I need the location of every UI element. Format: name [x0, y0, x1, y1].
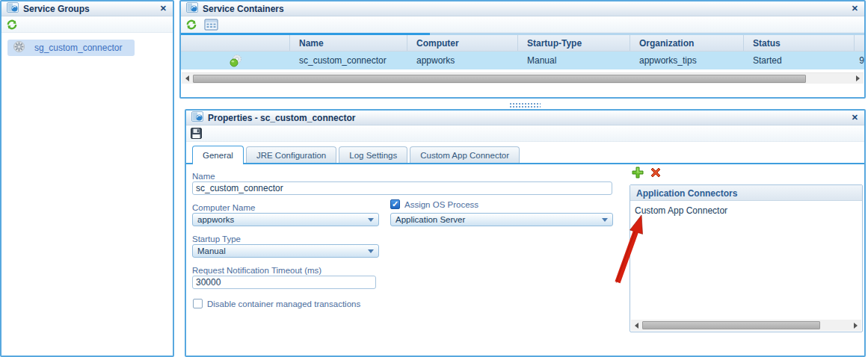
startup-type-value: Manual: [197, 246, 226, 255]
general-tab-content: Name Computer Name appworks Assign OS Pr…: [186, 164, 864, 356]
containers-table-header: Name Computer Startup-Type Organization …: [181, 35, 864, 52]
service-group-icon: [13, 40, 25, 56]
grid-view-button[interactable]: [204, 19, 218, 31]
os-process-type-dropdown[interactable]: Application Server: [390, 213, 613, 226]
service-containers-panel: Service Containers ✕ Name Computer Start…: [179, 0, 866, 99]
add-connector-button[interactable]: [632, 167, 644, 178]
splitter-handle[interactable]: [509, 102, 541, 108]
service-groups-toolbar: [1, 16, 173, 33]
column-startup-type[interactable]: Startup-Type: [518, 35, 630, 51]
name-input[interactable]: [192, 181, 612, 195]
container-status-icon: [181, 53, 290, 68]
application-connectors-box: Application Connectors Custom App Connec…: [630, 184, 863, 332]
save-button[interactable]: [191, 128, 202, 139]
chevron-down-icon: [602, 218, 608, 222]
window-icon: [191, 111, 203, 125]
scroll-right-icon[interactable]: [852, 73, 864, 84]
tab-general[interactable]: General: [192, 146, 244, 164]
disable-transactions-label: Disable container managed transactions: [207, 299, 360, 308]
startup-type-dropdown[interactable]: Manual: [192, 244, 379, 258]
service-group-item[interactable]: sg_custom_connector: [7, 40, 135, 56]
tab-jre-configuration[interactable]: JRE Configuration: [246, 146, 336, 163]
application-connectors-header: Application Connectors: [630, 185, 862, 201]
computer-name-value: appworks: [197, 215, 234, 224]
service-groups-header: Service Groups ✕: [1, 1, 173, 16]
refresh-button[interactable]: [185, 19, 197, 31]
close-icon[interactable]: ✕: [850, 4, 860, 13]
column-status[interactable]: Status: [744, 35, 855, 51]
name-label: Name: [192, 172, 215, 181]
assign-os-process-label: Assign OS Process: [404, 200, 478, 209]
startup-type-label: Startup Type: [192, 235, 241, 243]
window-icon: [186, 2, 198, 16]
service-containers-title: Service Containers: [203, 4, 846, 14]
properties-toolbar: [186, 125, 864, 142]
refresh-button[interactable]: [6, 19, 18, 31]
assign-os-process-checkbox[interactable]: [390, 199, 400, 209]
tab-custom-app-connector[interactable]: Custom App Connector: [410, 146, 520, 163]
computer-name-label: Computer Name: [192, 203, 255, 212]
row-startup-type: Manual: [518, 55, 630, 66]
scroll-left-icon[interactable]: [631, 320, 642, 331]
properties-panel: Properties - sc_custom_connector ✕ Gener…: [185, 109, 866, 357]
toolbar-accent-line: [181, 33, 864, 35]
annotation-arrow: [612, 211, 651, 288]
remove-connector-button[interactable]: [650, 167, 662, 178]
chevron-down-icon: [368, 218, 374, 222]
properties-title: Properties - sc_custom_connector: [208, 113, 846, 123]
scroll-right-icon[interactable]: [850, 320, 861, 331]
service-containers-header: Service Containers ✕: [181, 1, 864, 16]
column-clipped: [855, 35, 864, 51]
table-row[interactable]: sc_custom_connector appworks Manual appw…: [181, 52, 864, 69]
service-groups-title: Service Groups: [23, 4, 154, 14]
row-status: Started: [744, 55, 855, 66]
column-name[interactable]: Name: [290, 35, 407, 51]
column-icon: [181, 35, 290, 51]
row-computer: appworks: [407, 55, 518, 66]
close-icon[interactable]: ✕: [158, 4, 168, 13]
service-groups-panel: Service Groups ✕ sg_custom_connector: [0, 0, 174, 357]
column-organization[interactable]: Organization: [630, 35, 744, 51]
row-name: sc_custom_connector: [290, 55, 407, 66]
scrollbar-thumb[interactable]: [193, 75, 806, 83]
service-containers-toolbar: [181, 16, 864, 33]
application-connectors-list: Custom App Connector: [630, 201, 862, 319]
row-clipped-value: 9: [855, 55, 864, 66]
column-computer[interactable]: Computer: [407, 35, 518, 51]
service-group-item-label: sg_custom_connector: [34, 43, 122, 53]
connectors-horizontal-scrollbar[interactable]: [631, 320, 861, 331]
properties-tabstrip: General JRE Configuration Log Settings C…: [186, 142, 864, 164]
window-icon: [7, 2, 19, 16]
close-icon[interactable]: ✕: [850, 113, 860, 122]
properties-header: Properties - sc_custom_connector ✕: [186, 111, 864, 125]
tab-log-settings[interactable]: Log Settings: [339, 146, 407, 163]
connector-list-item[interactable]: Custom App Connector: [635, 205, 862, 216]
chevron-down-icon: [368, 249, 374, 253]
request-timeout-input[interactable]: [192, 276, 376, 289]
scrollbar-thumb[interactable]: [642, 321, 820, 329]
containers-horizontal-scrollbar[interactable]: [182, 72, 864, 84]
computer-name-dropdown[interactable]: appworks: [192, 213, 379, 226]
os-process-type-value: Application Server: [395, 215, 465, 224]
row-organization: appworks_tips: [630, 55, 744, 66]
scroll-left-icon[interactable]: [182, 73, 193, 84]
disable-transactions-checkbox[interactable]: [193, 299, 203, 308]
request-timeout-label: Request Notification Timeout (ms): [192, 266, 321, 275]
